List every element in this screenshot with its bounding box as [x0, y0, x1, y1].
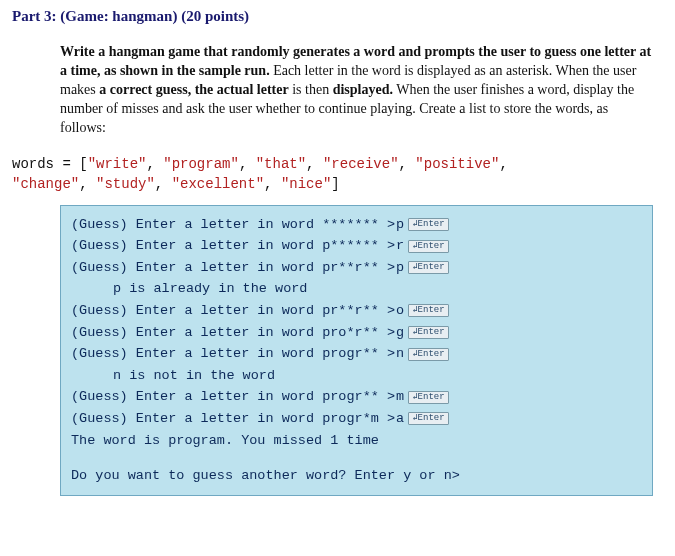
user-input-letter: a	[396, 408, 404, 430]
enter-key-icon: ↲Enter	[408, 261, 448, 274]
terminal-prompt: (Guess) Enter a letter in word pr**r** >	[71, 257, 395, 279]
enter-key-icon: ↲Enter	[408, 348, 448, 361]
terminal-prompt: (Guess) Enter a letter in word p****** >	[71, 235, 395, 257]
terminal-message: n is not in the word	[113, 365, 275, 387]
enter-key-icon: ↲Enter	[408, 304, 448, 317]
user-input-letter: p	[396, 257, 404, 279]
user-input-letter: g	[396, 322, 404, 344]
terminal-prompt: (Guess) Enter a letter in word progr** >	[71, 386, 395, 408]
code-words-list: words = ["write", "program", "that", "re…	[12, 155, 663, 194]
enter-key-icon: ↲Enter	[408, 218, 448, 231]
user-input-letter: n	[396, 343, 404, 365]
terminal-message: p is already in the word	[113, 278, 307, 300]
user-input-letter: r	[396, 235, 404, 257]
terminal-prompt: (Guess) Enter a letter in word pro*r** >	[71, 322, 395, 344]
problem-description: Write a hangman game that randomly gener…	[60, 43, 653, 137]
user-input-letter: m	[396, 386, 404, 408]
terminal-prompt: (Guess) Enter a letter in word pr**r** >	[71, 300, 395, 322]
user-input-letter: o	[396, 300, 404, 322]
terminal-text: Do you want to guess another word? Enter…	[71, 465, 460, 487]
enter-key-icon: ↲Enter	[408, 412, 448, 425]
terminal-text: The word is program. You missed 1 time	[71, 430, 379, 452]
section-title: Part 3: (Game: hangman) (20 points)	[12, 8, 663, 25]
enter-key-icon: ↲Enter	[408, 326, 448, 339]
sample-run-terminal: (Guess) Enter a letter in word ******* >…	[60, 205, 653, 496]
enter-key-icon: ↲Enter	[408, 240, 448, 253]
enter-key-icon: ↲Enter	[408, 391, 448, 404]
user-input-letter: p	[396, 214, 404, 236]
terminal-prompt: (Guess) Enter a letter in word progr** >	[71, 343, 395, 365]
terminal-prompt: (Guess) Enter a letter in word ******* >	[71, 214, 395, 236]
terminal-prompt: (Guess) Enter a letter in word progr*m >	[71, 408, 395, 430]
